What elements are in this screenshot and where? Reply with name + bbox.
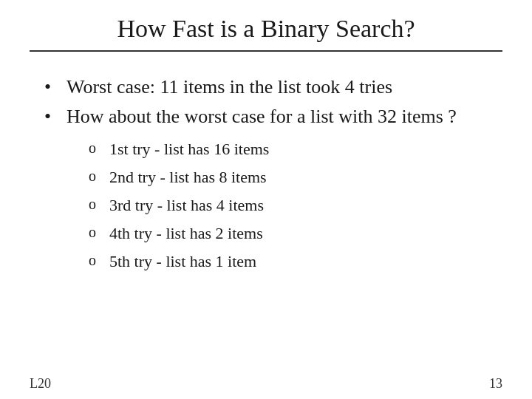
- sub-bullet-1: 1st try - list has 16 items: [89, 137, 488, 162]
- main-bullet-list: Worst case: 11 items in the list took 4 …: [44, 74, 488, 274]
- sub-bullet-4: 4th try - list has 2 items: [89, 221, 488, 246]
- footer-right-label: 13: [489, 376, 502, 392]
- title-area: How Fast is a Binary Search?: [30, 0, 502, 52]
- bullet-item-1: Worst case: 11 items in the list took 4 …: [44, 74, 488, 100]
- sub-bullet-3: 3rd try - list has 4 items: [89, 193, 488, 218]
- footer-left-label: L20: [30, 376, 51, 392]
- slide: How Fast is a Binary Search? Worst case:…: [0, 0, 532, 399]
- content-area: Worst case: 11 items in the list took 4 …: [30, 66, 502, 370]
- sub-bullet-list: 1st try - list has 16 items 2nd try - li…: [89, 137, 488, 274]
- slide-title: How Fast is a Binary Search?: [30, 15, 502, 43]
- footer: L20 13: [30, 370, 502, 399]
- sub-bullet-5: 5th try - list has 1 item: [89, 249, 488, 274]
- bullet-item-2: How about the worst case for a list with…: [44, 103, 488, 274]
- sub-bullet-2: 2nd try - list has 8 items: [89, 165, 488, 190]
